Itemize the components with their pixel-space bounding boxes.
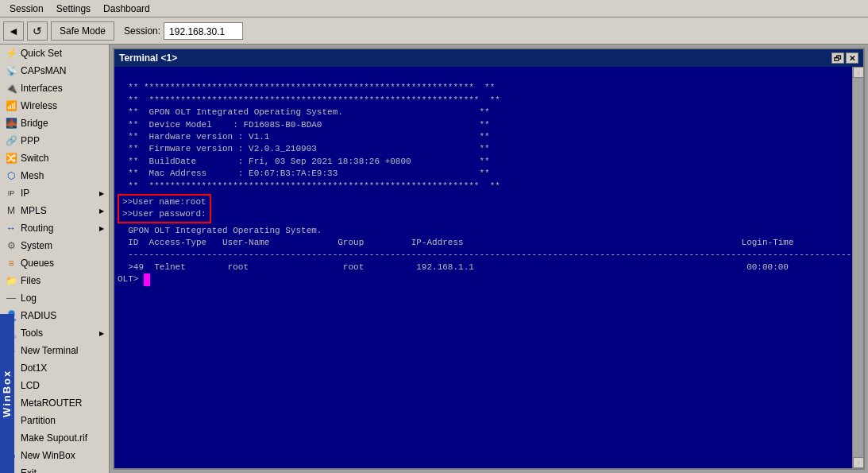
ppp-icon: 🔗 <box>5 134 17 147</box>
scroll-track[interactable] <box>853 78 863 457</box>
sidebar-item-queues[interactable]: ≡Queues <box>0 254 109 272</box>
sidebar-item-new-terminal[interactable]: ▶New Terminal <box>0 342 109 359</box>
capsman-icon: 📡 <box>5 64 17 77</box>
sidebar-item-label: Interfaces <box>21 83 63 94</box>
system-icon: ⚙ <box>5 239 17 252</box>
sidebar-item-label: System <box>21 240 52 251</box>
sidebar-item-bridge[interactable]: 🌉Bridge <box>0 114 109 132</box>
sidebar-item-label: New Terminal <box>21 345 78 356</box>
terminal-line: ** GPON OLT Integrated Operating System.… <box>118 107 847 118</box>
sidebar-item-label: Log <box>21 293 37 304</box>
sidebar-item-radius[interactable]: 👤RADIUS <box>0 307 109 324</box>
refresh-button[interactable]: ↺ <box>27 21 48 41</box>
terminal-highlight-box: >>User name:root>>User password: <box>118 194 847 223</box>
sidebar-item-mesh[interactable]: ⬡Mesh <box>0 167 109 184</box>
back-button[interactable]: ◄ <box>3 21 24 41</box>
session-label: Session: <box>124 25 160 37</box>
terminal-highlight-line: >>User password: <box>122 208 206 220</box>
quick-set-icon: ⚡ <box>5 47 17 60</box>
menu-session[interactable]: Session <box>3 2 50 16</box>
sidebar-item-label: Files <box>21 275 41 286</box>
sidebar-item-lcd[interactable]: □LCD <box>0 377 109 394</box>
sidebar-item-make-supout.rif[interactable]: ✦Make Supout.rif <box>0 429 109 447</box>
terminal-line: ID Access-Type User-Name Group IP-Addres… <box>118 237 847 249</box>
sidebar-item-label: Make Supout.rif <box>21 432 87 444</box>
interfaces-icon: 🔌 <box>5 82 17 95</box>
sidebar-item-label: Routing <box>21 223 53 234</box>
terminal-titlebar: Terminal <1> 🗗 ✕ <box>114 49 863 67</box>
terminal-controls: 🗗 ✕ <box>831 52 858 64</box>
sidebar-item-capsman[interactable]: 📡CAPsMAN <box>0 62 109 79</box>
sidebar-item-partition[interactable]: PPartition <box>0 412 109 429</box>
terminal-line: ** *************************************… <box>118 180 847 192</box>
terminal-line: ----------------------------------------… <box>118 249 847 261</box>
log-icon: — <box>5 292 17 304</box>
sidebar-item-tools[interactable]: 🔧Tools <box>0 324 109 342</box>
session-value: 192.168.30.1 <box>164 22 243 40</box>
sidebar-item-exit[interactable]: ✕Exit <box>0 464 109 473</box>
sidebar-item-label: Partition <box>21 415 56 426</box>
sidebar-item-label: Bridge <box>21 118 48 129</box>
sidebar-item-ip[interactable]: IPIP <box>0 184 109 202</box>
menubar: Session Settings Dashboard <box>0 0 868 17</box>
sidebar-item-label: RADIUS <box>21 310 56 321</box>
winbox-label: WinBox <box>0 314 14 473</box>
terminal-line: ** *************************************… <box>118 95 847 107</box>
bridge-icon: 🌉 <box>5 117 17 130</box>
sidebar-item-label: Switch <box>21 153 48 164</box>
sidebar-item-label: MPLS <box>21 205 47 216</box>
content-area: Terminal <1> 🗗 ✕ ▲ ▼ ** ****************… <box>110 45 868 473</box>
safe-mode-button[interactable]: Safe Mode <box>51 21 114 41</box>
sidebar-item-dot1x[interactable]: DDot1X <box>0 359 109 377</box>
terminal-restore-button[interactable]: 🗗 <box>831 52 844 64</box>
terminal-cursor: █ <box>144 273 150 285</box>
sidebar-item-quick-set[interactable]: ⚡Quick Set <box>0 45 109 62</box>
routing-icon: ↔ <box>5 222 17 235</box>
sidebar-item-label: Queues <box>21 258 54 269</box>
terminal-line: >49 Telnet root root 192.168.1.1 00:00:0… <box>118 262 847 273</box>
menu-dashboard[interactable]: Dashboard <box>97 2 156 16</box>
terminal-scrollbar[interactable]: ▲ ▼ <box>852 67 863 468</box>
main-layout: ⚡Quick Set📡CAPsMAN🔌Interfaces📶Wireless🌉B… <box>0 45 868 473</box>
sidebar-item-log[interactable]: —Log <box>0 289 109 307</box>
terminal-line: ** *************************************… <box>118 82 847 94</box>
sidebar-item-new-winbox[interactable]: ◎New WinBox <box>0 447 109 464</box>
scroll-down-button[interactable]: ▼ <box>853 457 863 468</box>
sidebar-item-label: Tools <box>21 328 43 339</box>
terminal-window: Terminal <1> 🗗 ✕ ▲ ▼ ** ****************… <box>113 48 865 470</box>
terminal-close-button[interactable]: ✕ <box>846 52 858 64</box>
sidebar-item-label: MetaROUTER <box>21 397 82 409</box>
toolbar: ◄ ↺ Safe Mode Session: 192.168.30.1 <box>0 17 868 45</box>
terminal-line: ** Device Model : FD1608S-B0-BDA0 ** <box>118 119 847 131</box>
terminal-body[interactable]: ▲ ▼ ** *********************************… <box>114 67 863 468</box>
sidebar-item-system[interactable]: ⚙System <box>0 237 109 254</box>
terminal-line: ** Hardware version : V1.1 ** <box>118 131 847 143</box>
sidebar: ⚡Quick Set📡CAPsMAN🔌Interfaces📶Wireless🌉B… <box>0 45 110 473</box>
terminal-line <box>118 70 847 82</box>
sidebar-item-ppp[interactable]: 🔗PPP <box>0 132 109 149</box>
sidebar-item-label: IP <box>21 188 29 199</box>
sidebar-item-files[interactable]: 📁Files <box>0 272 109 289</box>
sidebar-item-label: Exit <box>21 467 37 473</box>
sidebar-item-label: New WinBox <box>21 450 75 461</box>
sidebar-item-interfaces[interactable]: 🔌Interfaces <box>0 79 109 97</box>
sidebar-item-metarouter[interactable]: MMetaROUTER <box>0 394 109 412</box>
sidebar-item-label: PPP <box>21 135 40 146</box>
mpls-icon: M <box>5 204 17 217</box>
menu-settings[interactable]: Settings <box>50 2 97 16</box>
ip-icon: IP <box>5 187 17 200</box>
queues-icon: ≡ <box>5 257 17 269</box>
sidebar-item-mpls[interactable]: MMPLS <box>0 202 109 219</box>
sidebar-item-wireless[interactable]: 📶Wireless <box>0 97 109 114</box>
wireless-icon: 📶 <box>5 99 17 112</box>
sidebar-item-label: Mesh <box>21 170 44 181</box>
terminal-highlight-line: >>User name:root <box>122 196 206 208</box>
scroll-up-button[interactable]: ▲ <box>853 67 863 78</box>
terminal-line: ** Firmware version : V2.0.3_210903 ** <box>118 143 847 155</box>
sidebar-item-routing[interactable]: ↔Routing <box>0 219 109 237</box>
sidebar-item-label: CAPsMAN <box>21 65 66 76</box>
sidebar-item-switch[interactable]: 🔀Switch <box>0 149 109 167</box>
sidebar-item-label: Wireless <box>21 100 57 111</box>
switch-icon: 🔀 <box>5 152 17 165</box>
terminal-prompt-line: OLT> █ <box>118 273 847 285</box>
